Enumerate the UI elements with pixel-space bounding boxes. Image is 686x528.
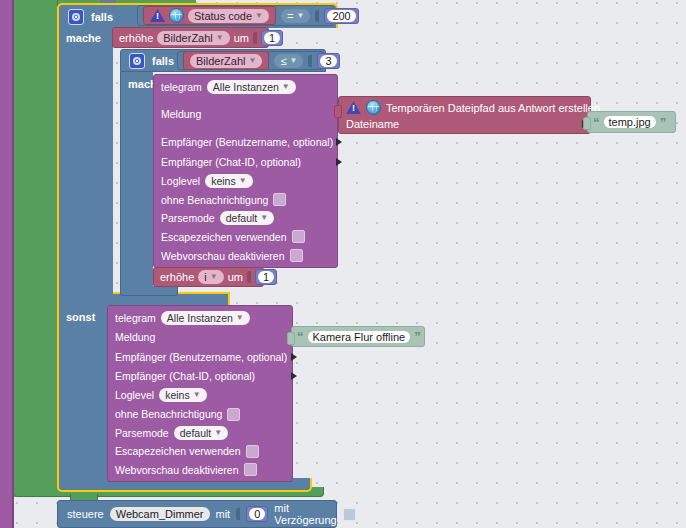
value-tab — [583, 117, 591, 130]
variable-dropdown[interactable]: BilderZahl▼ — [157, 31, 229, 45]
number-block[interactable]: 0 — [246, 506, 268, 522]
if-keyword: falls — [91, 11, 113, 23]
nopreview-label: Webvorschau deaktivieren — [115, 464, 239, 476]
loglevel-dropdown[interactable]: keins▼ — [159, 388, 206, 402]
number-field[interactable]: 0 — [249, 508, 265, 520]
cropped-purple-block[interactable] — [0, 0, 14, 528]
by-label: um — [228, 271, 243, 283]
blockly-workspace[interactable]: falls mache sonst Status code▼ =▼ 200 er… — [0, 0, 686, 528]
escape-checkbox[interactable] — [292, 230, 305, 243]
chevron-down-icon: ▼ — [249, 57, 257, 65]
telegram-label: telegram — [161, 81, 202, 93]
tempfile-block[interactable]: Temporären Dateipfad aus Antwort erstell… — [338, 96, 591, 134]
chevron-down-icon: ▼ — [210, 273, 218, 281]
nopreview-checkbox[interactable] — [244, 463, 257, 476]
text-field[interactable]: temp.jpg — [604, 116, 656, 128]
object-id-field[interactable]: Webcam_Dimmer — [110, 507, 210, 521]
number-block[interactable]: 1 — [255, 269, 277, 285]
mutator-gear-icon[interactable] — [68, 9, 84, 25]
compare-block-bilderzahl[interactable]: BilderZahl▼ ≤▼ 3 — [177, 51, 324, 70]
do-keyword: mache — [66, 32, 101, 44]
input-socket — [308, 55, 312, 67]
number-block[interactable]: 1 — [261, 30, 283, 46]
delay-checkbox[interactable] — [343, 508, 356, 521]
escape-label: Escapezeichen verwenden — [161, 231, 287, 243]
by-label: um — [234, 32, 249, 44]
telegram-block-2[interactable]: telegram Alle Instanzen▼ Meldung Empfäng… — [107, 305, 293, 482]
number-field[interactable]: 3 — [320, 55, 336, 67]
inner-if-bottom — [120, 286, 178, 296]
recipient-user-label: Empfänger (Benutzername, optional) — [115, 351, 287, 363]
if-keyword: falls — [152, 55, 174, 67]
number-block[interactable]: 200 — [324, 8, 358, 24]
request-block[interactable] — [14, 0, 58, 497]
status-code-dropdown[interactable]: Status code▼ — [188, 9, 269, 23]
close-quote-icon — [660, 116, 667, 129]
warning-icon — [150, 9, 165, 22]
silent-label: ohne Benachrichtigung — [115, 408, 222, 420]
number-field[interactable]: 200 — [327, 10, 355, 22]
nopreview-checkbox[interactable] — [290, 249, 303, 262]
close-quote-icon — [414, 330, 421, 343]
bilderzahl-getter-block[interactable]: BilderZahl▼ — [183, 51, 269, 70]
number-field[interactable]: 1 — [258, 271, 274, 283]
nopreview-label: Webvorschau deaktivieren — [161, 250, 285, 262]
input-socket — [236, 508, 240, 520]
tempfile-title: Temporären Dateipfad aus Antwort erstell… — [386, 102, 600, 114]
globe-icon — [366, 100, 381, 115]
chevron-down-icon: ▼ — [282, 83, 290, 91]
loglevel-label: Loglevel — [161, 175, 200, 187]
loglevel-dropdown[interactable]: keins▼ — [205, 174, 252, 188]
chevron-down-icon: ▼ — [239, 177, 247, 185]
chevron-down-icon: ▼ — [296, 12, 304, 20]
input-socket — [253, 32, 257, 44]
if-else-block-spine[interactable] — [57, 26, 113, 482]
compare-block-status[interactable]: Status code▼ =▼ 200 — [137, 5, 334, 26]
string-block-kamera[interactable]: Kamera Flur offline — [291, 326, 425, 347]
status-code-getter-block[interactable]: Status code▼ — [143, 6, 276, 25]
chevron-down-icon: ▼ — [193, 391, 201, 399]
instance-dropdown[interactable]: Alle Instanzen▼ — [161, 311, 250, 325]
increment-label: erhöhe — [160, 271, 194, 283]
number-block[interactable]: 3 — [317, 53, 339, 69]
mutator-gear-icon[interactable] — [129, 53, 145, 69]
parsemode-dropdown[interactable]: default▼ — [174, 426, 228, 440]
text-field[interactable]: Kamera Flur offline — [308, 331, 411, 343]
variable-dropdown[interactable]: BilderZahl▼ — [190, 54, 262, 68]
silent-checkbox[interactable] — [273, 193, 286, 206]
increment-bilderzahl-block[interactable]: erhöhe BilderZahl▼ um 1 — [112, 27, 269, 48]
chevron-down-icon: ▼ — [290, 57, 298, 65]
increment-label: erhöhe — [119, 32, 153, 44]
recipient-chat-label: Empfänger (Chat-ID, optional) — [115, 370, 255, 382]
string-block-tempjpg[interactable]: temp.jpg — [587, 111, 676, 133]
telegram-block-1[interactable]: telegram Alle Instanzen▼ Meldung Empfäng… — [153, 74, 338, 268]
recipient-user-label: Empfänger (Benutzername, optional) — [161, 136, 333, 148]
warning-icon — [346, 101, 361, 114]
value-plug-icon — [336, 138, 342, 146]
operator-dropdown[interactable]: ≤▼ — [274, 54, 303, 68]
operator-dropdown[interactable]: =▼ — [281, 9, 310, 23]
escape-label: Escapezeichen verwenden — [115, 445, 241, 457]
silent-checkbox[interactable] — [227, 408, 240, 421]
parsemode-dropdown[interactable]: default▼ — [220, 211, 274, 225]
control-state-block[interactable]: steuere Webcam_Dimmer mit 0 mit Verzöger… — [57, 500, 337, 528]
delay-label: mit Verzögerung — [274, 502, 336, 526]
value-tab — [334, 105, 342, 118]
with-label: mit — [216, 508, 231, 520]
filename-label: Dateiname — [346, 118, 399, 130]
parsemode-label: Parsemode — [161, 212, 215, 224]
value-plug-icon — [336, 158, 342, 166]
chevron-down-icon: ▼ — [260, 214, 268, 222]
number-field[interactable]: 1 — [264, 32, 280, 44]
increment-i-block[interactable]: erhöhe i▼ um 1 — [153, 267, 264, 287]
message-label: Meldung — [161, 108, 201, 120]
loglevel-label: Loglevel — [115, 389, 154, 401]
recipient-chat-label: Empfänger (Chat-ID, optional) — [161, 156, 301, 168]
message-label: Meldung — [115, 331, 155, 343]
control-label: steuere — [67, 508, 104, 520]
instance-dropdown[interactable]: Alle Instanzen▼ — [207, 80, 296, 94]
value-plug-icon — [291, 372, 297, 380]
variable-dropdown[interactable]: i▼ — [198, 270, 223, 284]
value-plug-icon — [291, 353, 297, 361]
escape-checkbox[interactable] — [246, 445, 259, 458]
